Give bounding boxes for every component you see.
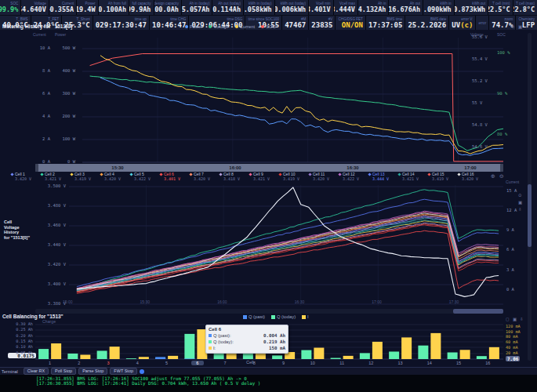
i-bar <box>372 342 383 359</box>
i-bar <box>197 329 207 359</box>
i-bar <box>460 350 470 359</box>
terminal-tab[interactable]: Terminal <box>2 369 18 374</box>
i-bar <box>227 343 237 359</box>
q-today-bar <box>418 346 428 359</box>
q-today-bar <box>477 356 487 359</box>
parse-stop-button[interactable]: Parse Stop <box>78 368 107 375</box>
h-scrollbar-handle[interactable] <box>453 309 503 314</box>
charts-canvas <box>0 0 537 392</box>
q-today-bar <box>301 350 311 359</box>
i-bar <box>110 347 120 359</box>
q-today-bar <box>126 358 136 359</box>
q-today-bar <box>214 348 224 359</box>
q-past-bar <box>184 358 194 359</box>
q-today-bar <box>38 349 49 359</box>
q-today-bar <box>389 351 399 359</box>
clear-rx-button[interactable]: Clear RX <box>24 368 49 375</box>
v-scrollbar-handle[interactable] <box>528 184 532 247</box>
i-bar <box>256 349 266 359</box>
terminal-console[interactable]: [17:26:31.855] BMS LOG: [17:26:16] SOC10… <box>0 375 537 392</box>
poll-stop-button[interactable]: Poll Stop <box>51 368 76 375</box>
q-past-bar <box>155 357 165 359</box>
i-bar <box>51 343 61 359</box>
info-icon[interactable] <box>140 369 144 374</box>
charts-bg <box>0 30 537 367</box>
q-today-bar <box>97 350 107 359</box>
i-bar <box>314 348 324 359</box>
i-bar <box>139 357 149 359</box>
q-today-bar <box>360 353 370 359</box>
i-bar <box>401 337 412 359</box>
q-today-bar <box>331 358 341 359</box>
slider-right-cap[interactable] <box>500 164 503 172</box>
terminal-toolbar: Terminal Clear RXPoll StopParse StopFWT … <box>0 367 537 375</box>
terminal-log-line: [17:26:30.855] BMS LOG: [17:26:41] Daily… <box>36 381 537 386</box>
q-today-bar <box>448 352 458 359</box>
terminal-buttons: Clear RXPoll StopParse StopFWT Stop <box>24 368 137 375</box>
fwt-stop-button[interactable]: FWT Stop <box>110 368 137 375</box>
i-bar <box>285 352 295 359</box>
i-bar <box>343 356 354 359</box>
q-today-bar <box>184 334 194 359</box>
bms-monitor-app: SOC99.9%Voltage54.640VCurrent+0.355APowe… <box>0 0 537 392</box>
i-bar <box>80 354 90 359</box>
q-today-bar <box>67 354 78 359</box>
i-bar <box>430 333 441 359</box>
slider-left-cap[interactable] <box>35 164 38 172</box>
q-today-bar <box>243 353 253 359</box>
h-scrollbar-track[interactable] <box>35 309 503 314</box>
i-bar <box>489 347 499 359</box>
time-range-slider[interactable] <box>35 164 503 172</box>
q-today-bar <box>272 355 282 359</box>
i-bar <box>168 356 178 359</box>
